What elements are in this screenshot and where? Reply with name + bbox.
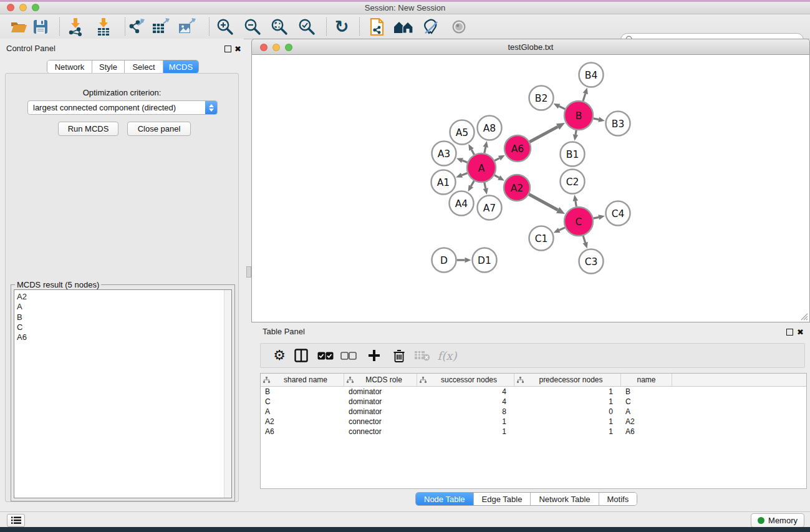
column-header-successor-nodes[interactable]: successor nodes — [417, 374, 514, 386]
edge-C-C4[interactable] — [594, 215, 605, 220]
deselect-all-rows-icon[interactable] — [339, 346, 359, 365]
column-header-name[interactable]: name — [621, 374, 672, 386]
node-A1[interactable]: A1 — [432, 170, 456, 195]
home-view-icon[interactable] — [393, 17, 414, 37]
float-control-panel-icon[interactable] — [224, 46, 231, 52]
import-network-icon[interactable] — [65, 17, 86, 37]
import-table-icon[interactable] — [93, 17, 114, 37]
node-B2[interactable]: B2 — [529, 86, 554, 110]
refresh-icon[interactable]: ↻ — [331, 17, 352, 37]
table-row[interactable]: Cdominator41C — [261, 397, 806, 407]
edge-B-B4[interactable] — [583, 88, 588, 102]
edge-C-C1[interactable] — [554, 228, 566, 233]
node-A8[interactable]: A8 — [478, 116, 502, 140]
edge-A-A1[interactable] — [456, 173, 467, 178]
hide-annotations-icon[interactable] — [420, 17, 441, 37]
result-list-item[interactable]: A2 — [17, 292, 231, 302]
node-A3[interactable]: A3 — [432, 142, 456, 166]
edge-A2-C[interactable] — [529, 195, 565, 214]
tab-edge-table[interactable]: Edge Table — [474, 493, 531, 505]
destroy-table-icon[interactable] — [412, 346, 432, 365]
column-header-MCDS-role[interactable]: MCDS role — [344, 374, 417, 386]
zoom-fit-icon[interactable] — [269, 17, 290, 37]
edge-A-A3[interactable] — [456, 158, 468, 163]
node-B[interactable]: B — [564, 101, 593, 130]
criterion-dropdown[interactable]: largest connected component (directed) — [27, 100, 218, 115]
run-mcds-button[interactable]: Run MCDS — [58, 122, 118, 136]
save-session-icon[interactable] — [30, 17, 51, 37]
node-C2[interactable]: C2 — [561, 170, 585, 194]
node-B1[interactable]: B1 — [561, 142, 585, 167]
edge-A-A7[interactable] — [483, 183, 488, 195]
edge-C-C3[interactable] — [583, 236, 588, 249]
node-A7[interactable]: A7 — [478, 196, 502, 220]
edge-A-A6[interactable] — [494, 155, 505, 161]
tab-mcds[interactable]: MCDS — [163, 60, 198, 73]
show-graphics-details-icon[interactable] — [448, 17, 470, 37]
select-all-rows-icon[interactable] — [316, 346, 335, 365]
task-history-button[interactable] — [7, 514, 25, 527]
network-canvas[interactable]: B4B2BB3A8A5A6A3B1AA1C2A2A4A7C4CC1C3DD1 — [251, 55, 810, 322]
table-options-icon[interactable]: ⚙ — [269, 346, 289, 365]
node-C3[interactable]: C3 — [579, 249, 604, 274]
mcds-result-list[interactable]: A2ABCA6 — [14, 289, 232, 498]
tab-style[interactable]: Style — [92, 60, 125, 73]
export-network-icon[interactable] — [126, 17, 147, 37]
add-column-icon[interactable] — [364, 346, 384, 365]
node-A5[interactable]: A5 — [450, 120, 475, 145]
node-C[interactable]: C — [564, 207, 593, 236]
edge-A-A5[interactable] — [468, 144, 474, 155]
edge-A6-B[interactable] — [529, 123, 565, 142]
vertical-splitter-handle[interactable] — [246, 266, 251, 278]
new-network-from-selection-icon[interactable] — [367, 17, 388, 37]
tab-network[interactable]: Network — [47, 60, 92, 73]
close-control-panel-icon[interactable]: ✖ — [234, 46, 241, 53]
tab-select[interactable]: Select — [125, 60, 163, 73]
show-column-icon[interactable] — [291, 346, 311, 365]
network-window-titlebar[interactable]: testGlobe.txt — [251, 39, 810, 55]
node-D1[interactable]: D1 — [473, 248, 497, 273]
table-row[interactable]: A6connector11A6 — [261, 427, 806, 437]
column-header-predecessor-nodes[interactable]: predecessor nodes — [514, 374, 621, 386]
tab-network-table[interactable]: Network Table — [531, 493, 599, 505]
node-A6[interactable]: A6 — [504, 135, 531, 162]
edge-B-B2[interactable] — [553, 104, 565, 109]
result-list-item[interactable]: A — [17, 302, 231, 312]
table-row[interactable]: Adominator80A — [261, 407, 806, 417]
edge-A-A2[interactable] — [494, 175, 504, 181]
node-A4[interactable]: A4 — [450, 191, 474, 216]
result-list-item[interactable]: C — [17, 322, 231, 332]
node-A[interactable]: A — [467, 153, 496, 182]
edge-B-B1[interactable] — [573, 130, 578, 141]
result-list-item[interactable]: A6 — [17, 332, 231, 342]
export-table-icon[interactable] — [150, 17, 171, 37]
export-image-icon[interactable] — [176, 17, 198, 37]
table-row[interactable]: A2connector11A2 — [261, 417, 806, 427]
zoom-out-icon[interactable] — [242, 17, 263, 37]
edge-B-B3[interactable] — [594, 117, 605, 122]
delete-column-icon[interactable] — [389, 346, 409, 365]
table-row[interactable]: Bdominator41B — [261, 387, 806, 397]
memory-button[interactable]: Memory — [751, 513, 804, 528]
tab-node-table[interactable]: Node Table — [416, 493, 474, 505]
node-A2[interactable]: A2 — [504, 175, 530, 201]
node-D[interactable]: D — [432, 248, 456, 273]
node-B4[interactable]: B4 — [579, 63, 604, 87]
open-session-icon[interactable] — [8, 17, 29, 37]
node-C4[interactable]: C4 — [606, 201, 630, 226]
edge-A-A4[interactable] — [468, 181, 475, 191]
window-resize-grip[interactable] — [800, 312, 808, 321]
edge-D-D1[interactable] — [457, 258, 471, 263]
close-panel-button[interactable]: Close panel — [127, 122, 191, 136]
function-builder-icon[interactable]: f(x) — [437, 346, 457, 365]
node-C1[interactable]: C1 — [529, 226, 554, 251]
zoom-in-icon[interactable] — [215, 17, 236, 37]
zoom-selected-icon[interactable] — [296, 17, 317, 37]
edge-A-A8[interactable] — [483, 141, 488, 153]
close-table-panel-icon[interactable]: ✖ — [797, 329, 804, 336]
result-list-item[interactable]: B — [17, 312, 231, 322]
result-list-scrollbar[interactable] — [224, 290, 231, 498]
edge-C-C2[interactable] — [573, 195, 578, 206]
node-B3[interactable]: B3 — [606, 112, 630, 136]
float-table-panel-icon[interactable] — [786, 329, 793, 336]
